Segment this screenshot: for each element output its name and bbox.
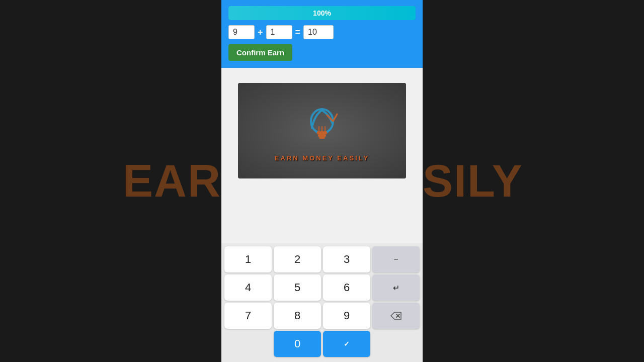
- backspace-icon: [390, 312, 401, 320]
- progress-bar-container: 100%: [228, 6, 416, 20]
- earn-money-text: EARN MONEY EASILY: [275, 154, 369, 162]
- bg-left-panel: EAR: [0, 0, 221, 362]
- key-9[interactable]: 9: [323, 303, 370, 329]
- svg-rect-1: [317, 131, 327, 134]
- keyboard-area: 1 2 3 − 4 5 6 ↵ 7 8 9 0 ✓: [221, 243, 423, 362]
- confirm-earn-button[interactable]: Confirm Earn: [228, 44, 292, 61]
- bg-right-text: SILY: [423, 155, 523, 207]
- key-7[interactable]: 7: [224, 303, 272, 329]
- key-row-1: 1 2 3 −: [224, 246, 420, 273]
- logo-svg: [297, 100, 347, 150]
- logo-svg-container: EARN MONEY EASILY: [275, 100, 369, 162]
- key-4[interactable]: 4: [224, 275, 272, 301]
- logo-image: EARN MONEY EASILY: [238, 83, 407, 178]
- header-area: 100% + = Confirm Earn: [221, 0, 423, 68]
- key-enter[interactable]: ↵: [372, 275, 420, 301]
- key-empty-left: [224, 331, 272, 357]
- progress-text: 100%: [313, 9, 331, 17]
- key-backspace[interactable]: [372, 303, 420, 329]
- bg-right-panel: SILY: [423, 0, 644, 362]
- key-minus[interactable]: −: [372, 246, 420, 273]
- phone-frame: 100% + = Confirm Earn: [221, 0, 423, 362]
- equation-row: + =: [228, 25, 416, 39]
- bg-left-text: EAR: [123, 155, 221, 207]
- key-6[interactable]: 6: [323, 275, 370, 301]
- progress-bar-fill: 100%: [228, 6, 416, 20]
- equals-symbol: =: [295, 27, 301, 38]
- svg-rect-3: [319, 137, 325, 139]
- key-2[interactable]: 2: [274, 246, 321, 273]
- operand1-input[interactable]: [228, 25, 255, 39]
- key-8[interactable]: 8: [274, 303, 321, 329]
- key-1[interactable]: 1: [224, 246, 272, 273]
- key-confirm[interactable]: ✓: [323, 331, 370, 357]
- key-row-2: 4 5 6 ↵: [224, 275, 420, 301]
- key-0[interactable]: 0: [274, 331, 321, 357]
- svg-rect-2: [318, 134, 326, 137]
- key-row-3: 7 8 9: [224, 303, 420, 329]
- key-3[interactable]: 3: [323, 246, 370, 273]
- key-empty-right: [372, 331, 420, 357]
- key-row-4: 0 ✓: [224, 331, 420, 357]
- key-5[interactable]: 5: [274, 275, 321, 301]
- plus-symbol: +: [258, 27, 263, 38]
- result-input[interactable]: [303, 25, 334, 39]
- content-area: EARN MONEY EASILY: [221, 68, 423, 243]
- operand2-input[interactable]: [266, 25, 292, 39]
